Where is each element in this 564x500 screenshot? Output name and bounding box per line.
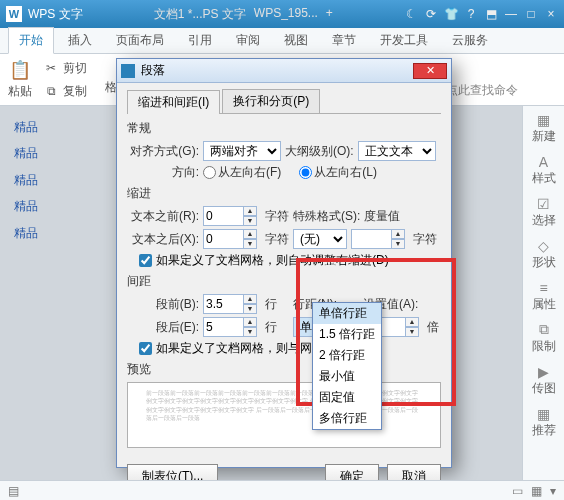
tab-review[interactable]: 审阅 [226, 28, 270, 53]
maximize-icon[interactable]: □ [524, 7, 538, 21]
paste-group[interactable]: 📋 粘贴 [8, 59, 32, 100]
copy-button[interactable]: ⧉ 复制 [43, 81, 95, 102]
layout-icon[interactable]: ⬒ [484, 7, 498, 21]
dialog-title: 段落 [141, 62, 165, 79]
dialog-icon [121, 64, 135, 78]
side-props[interactable]: ≡属性 [526, 278, 562, 314]
dialog-tabs: 缩进和间距(I) 换行和分页(P) [127, 89, 441, 114]
side-select[interactable]: ☑选择 [526, 194, 562, 230]
paragraph-dialog: 段落 ✕ 缩进和间距(I) 换行和分页(P) 常规 对齐方式(G): 两端对齐 … [116, 58, 452, 468]
space-after-spinner[interactable]: ▲▼ [203, 317, 261, 337]
skin-icon[interactable]: 👕 [444, 7, 458, 21]
alignment-select[interactable]: 两端对齐 [203, 141, 281, 161]
dropdown-option[interactable]: 固定值 [313, 387, 381, 408]
document-tabs: 文档1 *...PS 文字 WPS_195... + [83, 6, 404, 23]
side-shape[interactable]: ◇形状 [526, 236, 562, 272]
special-select[interactable]: (无) [293, 229, 347, 249]
lbl-space-after: 段后(E): [127, 319, 199, 336]
lbl-before-text: 文本之前(R): [127, 208, 199, 225]
add-tab-icon[interactable]: + [326, 6, 333, 23]
close-icon[interactable]: × [544, 7, 558, 21]
right-sidebar: ▦新建 A样式 ☑选择 ◇形状 ≡属性 ⧉限制 ▶传图 ▦推荐 [522, 106, 564, 500]
window-controls: ☾ ⟳ 👕 ? ⬒ — □ × [404, 7, 558, 21]
paste-icon: 📋 [9, 59, 31, 81]
refresh-icon[interactable]: ⟳ [424, 7, 438, 21]
doc-tab[interactable]: WPS_195... [254, 6, 318, 23]
app-title: WPS 文字 [28, 6, 83, 23]
section-indent: 缩进 [127, 185, 441, 202]
section-spacing: 间距 [127, 273, 441, 290]
tab-dev[interactable]: 开发工具 [370, 28, 438, 53]
view-mode-icon[interactable]: ▭ [512, 484, 523, 498]
space-before-spinner[interactable]: ▲▼ [203, 294, 261, 314]
tab-references[interactable]: 引用 [178, 28, 222, 53]
section-general: 常规 [127, 120, 441, 137]
lbl-direction: 方向: [127, 164, 199, 181]
tab-insert[interactable]: 插入 [58, 28, 102, 53]
tab-indent-spacing[interactable]: 缩进和间距(I) [127, 90, 220, 114]
dropdown-option[interactable]: 最小值 [313, 366, 381, 387]
tab-section[interactable]: 章节 [322, 28, 366, 53]
tab-layout[interactable]: 页面布局 [106, 28, 174, 53]
cut-button[interactable]: ✂ 剪切 [42, 58, 95, 79]
tab-home[interactable]: 开始 [8, 27, 54, 54]
side-new[interactable]: ▦新建 [526, 110, 562, 146]
dir-rtl-radio[interactable]: 从左向右(L) [299, 164, 377, 181]
dir-ltr-radio[interactable]: 从左向右(F) [203, 164, 281, 181]
clipboard-mini: ✂ 剪切 ⧉ 复制 [42, 58, 95, 102]
ribbon-tabs: 开始 插入 页面布局 引用 审阅 视图 章节 开发工具 云服务 [0, 28, 564, 54]
lbl-after-text: 文本之后(X): [127, 231, 199, 248]
preview-box: 前一段落前一段落前一段落前一段落前一段落前一段落前一段落前一段落前一段落 例文字… [127, 382, 441, 448]
doc-tab[interactable]: 文档1 *...PS 文字 [154, 6, 246, 23]
lbl-outline: 大纲级别(O): [285, 143, 354, 160]
tab-line-page[interactable]: 换行和分页(P) [222, 89, 320, 113]
auto-adjust-check[interactable]: 如果定义了文档网格，则自动调整右缩进(D) [139, 252, 441, 269]
dropdown-option[interactable]: 1.5 倍行距 [313, 324, 381, 345]
measure-spinner[interactable]: ▲▼ [351, 229, 409, 249]
lbl-space-before: 段前(B): [127, 296, 199, 313]
side-upload[interactable]: ▶传图 [526, 362, 562, 398]
outline-select[interactable]: 正文文本 [358, 141, 436, 161]
titlebar: W WPS 文字 文档1 *...PS 文字 WPS_195... + ☾ ⟳ … [0, 0, 564, 28]
search-placeholder: 点此查找命令 [446, 82, 518, 99]
view-mode-icon[interactable]: ▦ [531, 484, 542, 498]
snap-grid-check[interactable]: 如果定义了文档网格，则与网格对 [139, 340, 441, 357]
side-restrict[interactable]: ⧉限制 [526, 320, 562, 356]
tab-cloud[interactable]: 云服务 [442, 28, 498, 53]
side-styles[interactable]: A样式 [526, 152, 562, 188]
lbl-measure: 度量值 [364, 208, 412, 225]
before-text-spinner[interactable]: ▲▼ [203, 206, 261, 226]
dialog-close-button[interactable]: ✕ [413, 63, 447, 79]
statusbar: ▤ ▭ ▦ ▾ [0, 480, 564, 500]
chevron-down-icon[interactable]: ▾ [550, 484, 556, 498]
lbl-special: 特殊格式(S): [293, 208, 360, 225]
section-preview: 预览 [127, 361, 441, 378]
tab-view[interactable]: 视图 [274, 28, 318, 53]
dropdown-option[interactable]: 多倍行距 [313, 408, 381, 429]
paste-label: 粘贴 [8, 83, 32, 100]
app-logo: W [6, 6, 22, 22]
status-page-icon[interactable]: ▤ [8, 484, 19, 498]
theme-icon[interactable]: ☾ [404, 7, 418, 21]
minimize-icon[interactable]: — [504, 7, 518, 21]
line-spacing-dropdown: 单倍行距 1.5 倍行距 2 倍行距 最小值 固定值 多倍行距 [312, 302, 382, 430]
help-icon[interactable]: ? [464, 7, 478, 21]
lbl-alignment: 对齐方式(G): [127, 143, 199, 160]
after-text-spinner[interactable]: ▲▼ [203, 229, 261, 249]
dropdown-option[interactable]: 2 倍行距 [313, 345, 381, 366]
side-recommend[interactable]: ▦推荐 [526, 404, 562, 440]
dialog-titlebar[interactable]: 段落 ✕ [117, 59, 451, 83]
dropdown-option[interactable]: 单倍行距 [313, 303, 381, 324]
